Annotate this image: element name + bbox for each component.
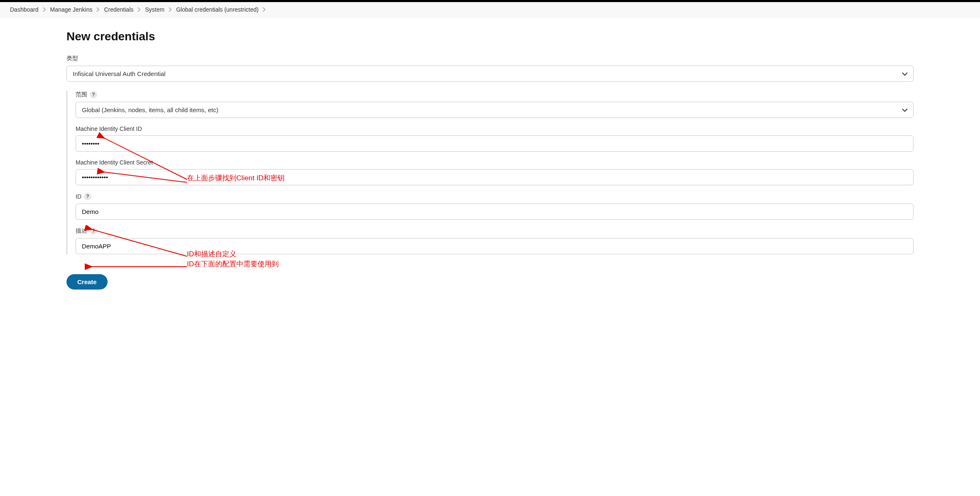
chevron-right-icon [263, 7, 266, 12]
client-id-input[interactable] [76, 135, 914, 152]
id-input[interactable] [76, 204, 914, 220]
breadcrumb: Dashboard Manage Jenkins Credentials Sys… [0, 2, 980, 17]
type-label: 类型 [66, 55, 914, 62]
scope-label: 范围 [76, 91, 87, 98]
client-secret-input[interactable] [76, 169, 914, 185]
chevron-right-icon [138, 7, 141, 12]
client-id-label: Machine Identity Client ID [76, 125, 914, 132]
chevron-right-icon [43, 7, 46, 12]
type-select[interactable]: Infisical Universal Auth Credential [66, 66, 914, 82]
breadcrumb-item-manage-jenkins[interactable]: Manage Jenkins [50, 6, 93, 13]
client-secret-label: Machine Identity Client Secret [76, 159, 914, 166]
breadcrumb-item-system[interactable]: System [145, 6, 165, 13]
chevron-right-icon [169, 7, 172, 12]
id-label: ID [76, 193, 81, 200]
description-label: 描述 [76, 227, 87, 235]
page-title: New credentials [66, 30, 914, 43]
description-input[interactable] [76, 238, 914, 254]
scope-select[interactable]: Global (Jenkins, nodes, items, all child… [76, 102, 914, 118]
create-button[interactable]: Create [66, 274, 108, 290]
help-icon[interactable]: ? [90, 227, 97, 235]
annotation-text-2b: ID在下面的配置中需要使用到 [187, 259, 279, 269]
chevron-right-icon [96, 7, 100, 12]
breadcrumb-item-global-credentials[interactable]: Global credentials (unrestricted) [176, 6, 258, 13]
help-icon[interactable]: ? [84, 193, 91, 200]
help-icon[interactable]: ? [90, 91, 97, 98]
breadcrumb-item-credentials[interactable]: Credentials [104, 6, 133, 13]
breadcrumb-item-dashboard[interactable]: Dashboard [10, 6, 39, 13]
